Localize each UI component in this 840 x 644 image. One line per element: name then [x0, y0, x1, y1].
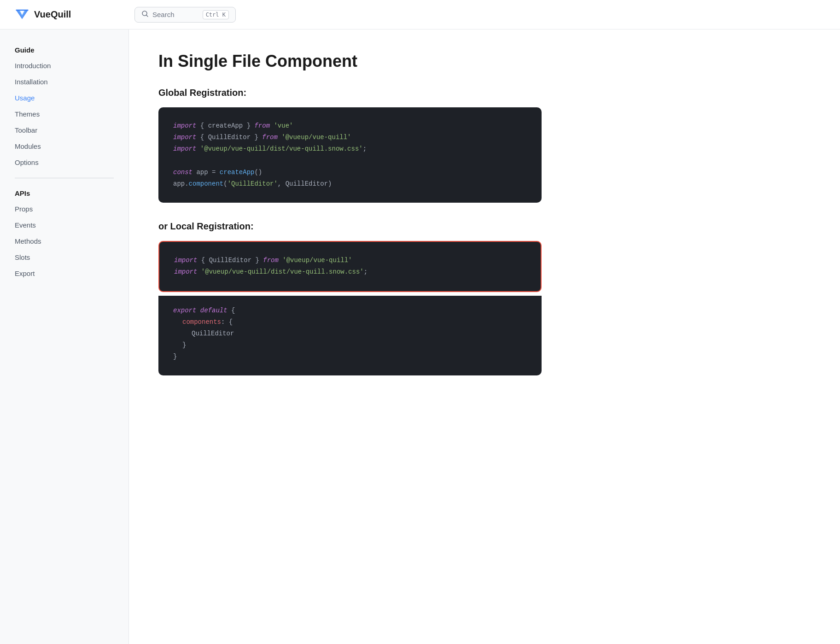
search-icon — [141, 10, 149, 19]
code-line-3: import '@vueup/vue-quill/dist/vue-quill.… — [173, 143, 527, 155]
vuequill-logo-icon — [15, 7, 29, 22]
code-block-global: import { createApp } from 'vue' import {… — [158, 107, 542, 203]
code-line-2: import { QuillEditor } from '@vueup/vue-… — [173, 132, 527, 143]
sidebar-item-themes[interactable]: Themes — [0, 106, 128, 122]
sidebar-divider — [15, 178, 114, 178]
sidebar-item-modules[interactable]: Modules — [0, 138, 128, 154]
code-line-5: app.component('QuillEditor', QuillEditor… — [173, 178, 527, 190]
global-registration-heading: Global Registration: — [158, 88, 542, 98]
sidebar-item-toolbar[interactable]: Toolbar — [0, 122, 128, 138]
sidebar-apis-section: APIs Props Events Methods Slots Export — [0, 186, 128, 281]
search-shortcut: Ctrl K — [203, 10, 229, 19]
code-line-4: const app = createApp() — [173, 167, 527, 178]
sidebar-item-methods[interactable]: Methods — [0, 233, 128, 249]
sidebar-apis-title: APIs — [0, 186, 128, 201]
code-block-local-highlighted: import { QuillEditor } from '@vueup/vue-… — [158, 241, 542, 292]
svg-rect-2 — [16, 9, 28, 10]
sidebar: Guide Introduction Installation Usage Th… — [0, 29, 129, 644]
search-bar[interactable]: Search Ctrl K — [134, 7, 236, 23]
logo-text: VueQuill — [34, 9, 71, 20]
search-input-label: Search — [152, 11, 199, 18]
sidebar-item-slots[interactable]: Slots — [0, 249, 128, 265]
page-title: In Single File Component — [158, 52, 542, 71]
svg-line-4 — [146, 15, 148, 17]
search-kbd-label: Ctrl K — [203, 10, 229, 19]
local-registration-heading: or Local Registration: — [158, 221, 542, 232]
layout: Guide Introduction Installation Usage Th… — [0, 29, 840, 644]
code-line-e2: components: { — [173, 316, 527, 328]
sidebar-guide-title: Guide — [0, 42, 128, 58]
code-line-e1: export default { — [173, 305, 527, 316]
code-line-l2: import '@vueup/vue-quill/dist/vue-quill.… — [174, 266, 526, 278]
code-line-e5: } — [173, 351, 527, 363]
header: VueQuill Search Ctrl K — [0, 0, 840, 29]
code-line-1: import { createApp } from 'vue' — [173, 120, 527, 132]
code-line-e3: QuillEditor — [173, 328, 527, 340]
logo-area: VueQuill — [15, 7, 134, 22]
sidebar-item-usage[interactable]: Usage — [0, 90, 128, 106]
sidebar-item-props[interactable]: Props — [0, 201, 128, 217]
sidebar-item-introduction[interactable]: Introduction — [0, 58, 128, 74]
sidebar-guide-section: Guide Introduction Installation Usage Th… — [0, 42, 128, 170]
main-content: In Single File Component Global Registra… — [129, 29, 571, 644]
sidebar-item-options[interactable]: Options — [0, 154, 128, 170]
sidebar-item-events[interactable]: Events — [0, 217, 128, 233]
code-block-local-default: export default { components: { QuillEdit… — [158, 296, 542, 376]
sidebar-item-installation[interactable]: Installation — [0, 74, 128, 90]
sidebar-item-export[interactable]: Export — [0, 265, 128, 281]
code-line-empty — [173, 155, 527, 167]
code-line-l1: import { QuillEditor } from '@vueup/vue-… — [174, 255, 526, 266]
code-line-e4: } — [173, 340, 527, 351]
